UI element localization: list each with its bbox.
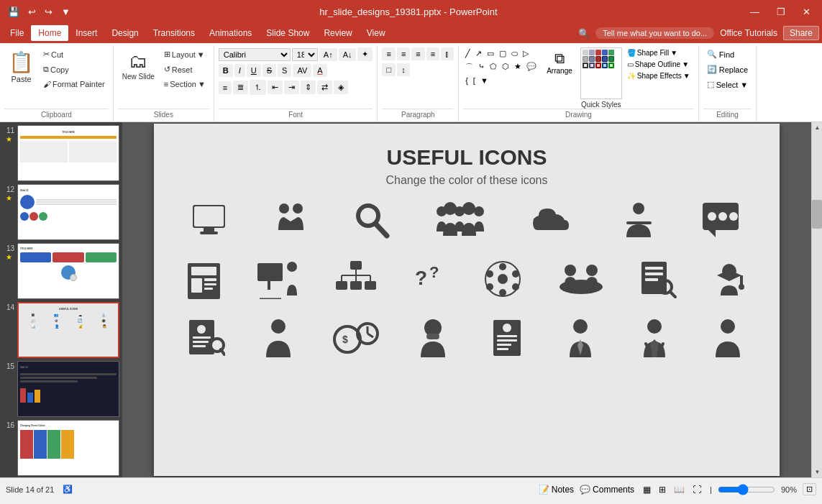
graduate-icon[interactable] [710,260,749,306]
comments-button[interactable]: 💬 Comments [580,485,634,495]
speech-bubble-icon[interactable] [701,201,744,248]
spacing-button[interactable]: AV [293,64,311,77]
normal-view-button[interactable]: ▦ [640,483,654,496]
menu-animations[interactable]: Animations [202,25,259,41]
slide-preview-15[interactable]: Slide 15 [17,361,119,417]
slide-thumb-13[interactable]: 13 ★ TITLE HERE [3,243,119,299]
customize-qat-button[interactable]: ▼ [59,5,73,19]
shape-outline-button[interactable]: ▭ Shape Outline ▼ [624,59,694,70]
copy-button[interactable]: ⧉ Copy [40,63,109,76]
new-slide-button[interactable]: 🗂 New Slide [118,47,159,83]
increase-indent-button[interactable]: ⇥ [284,81,299,94]
font-color-button[interactable]: A [313,64,326,77]
document-search-icon[interactable] [638,260,677,306]
minimize-button[interactable]: — [744,5,765,19]
restore-button[interactable]: ❐ [771,5,791,19]
close-button[interactable]: ✕ [797,5,816,19]
oval-shape[interactable]: ⬭ [509,47,520,60]
slide-sorter-button[interactable]: ⊞ [656,483,669,496]
undo-button[interactable]: ↩ [26,5,38,19]
convert-button[interactable]: ⇄ [317,81,332,94]
money-time-icon[interactable]: $ [333,318,380,365]
paste-button[interactable]: 📋 Paste [4,47,38,86]
business-woman-icon[interactable] [635,318,675,365]
cut-button[interactable]: ✂ Cut [40,47,109,61]
smartart-button[interactable]: ◈ [334,81,348,94]
hr-document-icon[interactable] [186,318,225,365]
increase-font-button[interactable]: A↑ [319,48,337,61]
bent-arrow-shape[interactable]: ⤷ [476,60,487,74]
decrease-font-button[interactable]: A↓ [339,48,357,61]
redo-button[interactable]: ↪ [42,5,55,19]
slideshow-button[interactable]: ⛶ [690,483,704,496]
clear-format-button[interactable]: ✦ [357,47,373,61]
scroll-thumb[interactable] [812,200,822,229]
meeting-icon[interactable] [556,260,606,306]
save-button[interactable]: 💾 [6,5,22,19]
slide-preview-16[interactable]: Changing Theme Colors [17,420,119,476]
office-tutorials-link[interactable]: Office Tutorials [720,28,777,38]
group-people-icon[interactable] [434,201,485,248]
bold-button[interactable]: B [219,64,233,77]
notes-button[interactable]: 📝 Notes [539,485,574,495]
slide-thumb-11[interactable]: 11 ★ TITLE HERE [3,125,119,181]
cloud-icon[interactable] [527,201,577,248]
align-left-button[interactable]: ≡ [382,47,395,60]
font-size-select[interactable]: 18 [292,48,318,61]
rect-shape[interactable]: ▭ [485,47,496,60]
align-center-button[interactable]: ≡ [219,81,232,94]
triangle-shape[interactable]: ▷ [521,47,531,60]
menu-insert[interactable]: Insert [68,25,104,41]
menu-view[interactable]: View [360,25,393,41]
more-shapes-btn[interactable]: ▼ [478,75,490,86]
strikethrough-button[interactable]: S [262,64,276,77]
slide-preview-13[interactable]: TITLE HERE [17,243,119,299]
menu-review[interactable]: Review [316,25,359,41]
line-spacing-button[interactable]: ↕ [397,63,410,76]
fit-slide-button[interactable]: ⊡ [803,483,816,495]
scroll-up-arrow[interactable]: ▲ [812,122,822,133]
format-painter-button[interactable]: 🖌 Format Painter [40,78,109,91]
pentagon-shape[interactable]: ⬠ [488,60,499,74]
font-family-select[interactable]: Calibri [219,48,291,61]
search-icon[interactable] [352,201,392,248]
right-scrollbar[interactable]: ▲ ▼ [811,122,822,477]
tell-me-box[interactable]: Tell me what you want to do... [595,27,714,39]
slide-preview-14[interactable]: USEFUL ICONS 🖥👥☁👔 📰⚙🔄🎓 📊👤💰👩‍💼 [17,302,119,358]
presenter-icon[interactable] [619,201,659,248]
callout-shape[interactable]: 💬 [524,60,539,74]
accessibility-icon[interactable]: ♿ [63,485,73,494]
menu-home[interactable]: Home [31,25,68,41]
menu-design[interactable]: Design [104,25,145,41]
newspaper-icon[interactable] [184,260,224,306]
slide-canvas[interactable]: USEFUL ICONS Change the color of these i… [154,124,780,476]
arrange-button[interactable]: ⧉ Arrange [540,47,579,78]
scroll-down-arrow[interactable]: ▼ [812,467,822,477]
question-marks-icon[interactable]: ? ? [409,260,449,306]
justify-button[interactable]: ≡ [426,47,439,60]
slide-thumb-12[interactable]: 12 ★ Slide 12 [3,184,119,240]
zoom-slider[interactable] [718,484,775,495]
share-button[interactable]: Share [783,26,819,40]
person-silhouette-icon[interactable] [708,318,748,365]
handshake-icon[interactable] [271,201,311,248]
tie-person-icon[interactable] [561,318,600,365]
align-center-2-button[interactable]: ≡ [397,47,410,60]
select-button[interactable]: ⬚ Select ▼ [703,78,752,91]
hexagon-shape[interactable]: ⬡ [500,60,511,74]
line-shape[interactable]: ╱ [463,47,472,60]
italic-button[interactable]: I [234,64,245,77]
underline-button[interactable]: U [247,64,261,77]
align-right-button[interactable]: ≡ [411,47,424,60]
female-silhouette-icon[interactable] [259,318,298,365]
slide-thumb-16[interactable]: 16 ★ Changing Theme Colors [3,420,119,476]
team-circle-icon[interactable] [481,260,524,306]
menu-file[interactable]: File [3,25,31,41]
numbering-button[interactable]: ⒈ [250,80,266,95]
presenter-audience-icon[interactable] [256,260,303,306]
bullets-button[interactable]: ≣ [233,81,248,94]
section-button[interactable]: ≡ Section ▼ [160,78,209,91]
org-chart-icon[interactable] [334,260,378,306]
bracket-shape[interactable]: [ [471,75,478,86]
monitor-icon[interactable] [189,201,229,248]
